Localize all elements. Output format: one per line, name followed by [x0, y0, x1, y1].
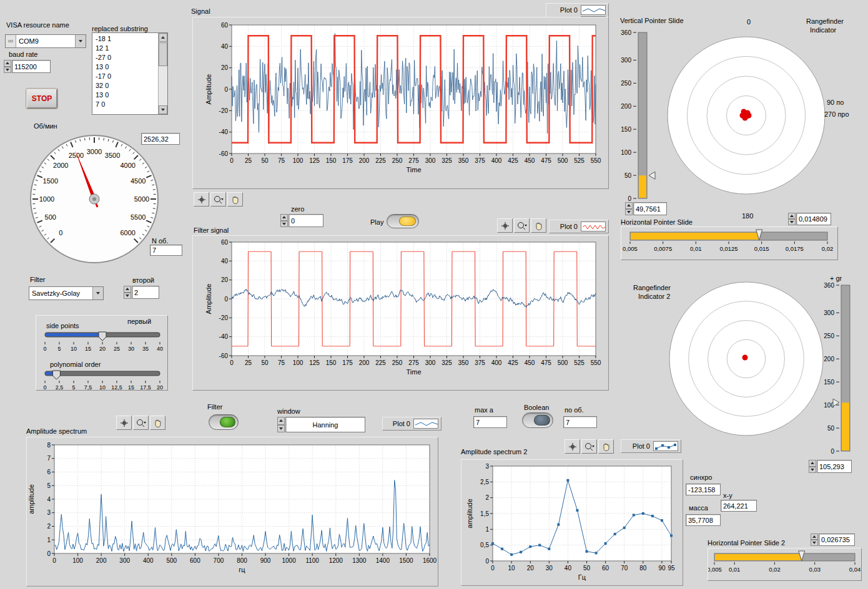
list-item[interactable]: 7 0: [94, 100, 157, 109]
play-toggle[interactable]: [387, 214, 419, 228]
legend-item[interactable]: Plot 0: [384, 418, 440, 429]
signal-graph-palette[interactable]: [194, 192, 243, 207]
baud-rate-value[interactable]: 115200: [12, 60, 51, 73]
svg-text:0,02: 0,02: [769, 566, 781, 573]
list-item[interactable]: -27 0: [94, 53, 157, 62]
list-item[interactable]: 13 0: [94, 90, 157, 100]
list-item[interactable]: -17 0: [94, 72, 157, 81]
legend-item[interactable]: Plot 0: [551, 221, 607, 232]
legend-item[interactable]: Plot 0: [548, 4, 607, 16]
vtoroy-control[interactable]: 2: [124, 286, 159, 299]
filter-led-toggle[interactable]: [209, 414, 239, 430]
decrement-icon[interactable]: [811, 540, 818, 546]
zoom-tool-button[interactable]: [514, 218, 530, 233]
side-points-slider[interactable]: 0510152025303540: [40, 328, 165, 356]
spectrum-legend[interactable]: Plot 0: [382, 417, 441, 431]
decrement-icon[interactable]: [625, 209, 633, 216]
cursor-tool-button[interactable]: [565, 439, 580, 454]
spectrum-graph-palette[interactable]: [116, 416, 165, 430]
svg-text:1300: 1300: [352, 557, 367, 564]
replaced-substring-listbox[interactable]: -18 112 1-27 013 0-17 032 013 07 0: [92, 32, 168, 115]
sinhro-label: синхро: [690, 474, 712, 481]
horizontal-pointer-slide[interactable]: 0,0050,00750,010,01250,0150,01750,02: [621, 227, 837, 260]
svg-text:1600: 1600: [423, 557, 437, 564]
increment-icon[interactable]: [280, 214, 288, 221]
zero-value[interactable]: 0: [289, 214, 323, 227]
list-item[interactable]: -18 1: [94, 34, 157, 44]
zoom-tool-button[interactable]: [210, 192, 226, 207]
hps1-value[interactable]: 0,014809: [796, 213, 831, 225]
combo-dropdown-arrow-icon[interactable]: [75, 35, 86, 47]
visa-resource-combo[interactable]: I/O COM9: [5, 34, 86, 48]
decrement-icon[interactable]: [124, 293, 131, 299]
vps2-value[interactable]: 105,293: [817, 460, 852, 473]
scroll-up-icon[interactable]: [159, 33, 167, 42]
pan-tool-button[interactable]: [150, 416, 165, 430]
filter-ring-control[interactable]: Savetzky-Golay: [29, 286, 104, 300]
zoom-tool-button[interactable]: [133, 416, 149, 430]
increment-icon[interactable]: [788, 213, 796, 219]
window-value[interactable]: Hanning: [285, 417, 365, 432]
cursor-tool-button[interactable]: [194, 192, 209, 207]
scrollbar-thumb[interactable]: [159, 42, 167, 66]
decrement-icon[interactable]: [788, 219, 796, 225]
spectrum2-legend[interactable]: Plot 0: [621, 439, 681, 453]
vps2-digital-display[interactable]: 105,293: [809, 460, 852, 473]
hps1-digital-display[interactable]: 0,014809: [788, 213, 831, 225]
increment-icon[interactable]: [625, 202, 633, 209]
filter-graph-palette[interactable]: [497, 218, 546, 233]
legend-plot0-label: Plot 0: [560, 6, 578, 14]
vertical-pointer-slide[interactable]: 050100150200250300360: [611, 26, 659, 205]
window-control[interactable]: Hanning: [277, 417, 365, 432]
list-item[interactable]: 13 0: [94, 62, 157, 72]
increment-icon[interactable]: [4, 60, 11, 67]
svg-text:475: 475: [541, 157, 551, 164]
vtoroy-value[interactable]: 2: [132, 286, 159, 299]
filter-legend[interactable]: Plot 0: [549, 220, 609, 233]
vps1-digital-display[interactable]: 49,7561: [625, 202, 667, 215]
list-item[interactable]: 12 1: [94, 44, 157, 53]
horizontal-pointer-slide-2[interactable]: 0,0050,010,020,030,04: [708, 548, 861, 580]
increment-icon[interactable]: [124, 286, 131, 293]
svg-text:25: 25: [245, 359, 252, 366]
list-item[interactable]: 32 0: [94, 81, 157, 90]
stop-button[interactable]: STOP: [26, 89, 57, 109]
svg-text:2: 2: [47, 523, 51, 530]
decrement-icon[interactable]: [280, 221, 288, 228]
svg-text:Amplitude: Amplitude: [205, 284, 212, 314]
rf1-right-scale-label1: 90 по: [827, 99, 844, 106]
legend-item[interactable]: Plot 0: [623, 441, 679, 452]
ring-dropdown-arrow-icon[interactable]: [92, 287, 103, 299]
cursor-tool-button[interactable]: [116, 416, 132, 430]
zero-control[interactable]: 0: [280, 214, 323, 227]
vps1-value[interactable]: 49,7561: [633, 202, 667, 215]
svg-text:8: 8: [47, 442, 51, 449]
vertical-pointer-slide-2[interactable]: 050100150200250300360: [815, 278, 865, 459]
decrement-icon[interactable]: [809, 467, 816, 474]
listbox-items[interactable]: -18 112 1-27 013 0-17 032 013 07 0: [94, 34, 157, 113]
boolean-toggle[interactable]: [522, 412, 553, 428]
filter-led-label: Filter: [207, 403, 222, 411]
svg-text:175: 175: [342, 359, 353, 366]
listbox-scrollbar[interactable]: [158, 33, 167, 114]
hps2-value[interactable]: 0,026735: [819, 533, 855, 546]
increment-icon[interactable]: [277, 417, 285, 425]
svg-text:250: 250: [392, 157, 403, 164]
pan-tool-button[interactable]: [531, 218, 546, 233]
pan-tool-button[interactable]: [227, 192, 243, 207]
cursor-tool-button[interactable]: [497, 218, 513, 233]
decrement-icon[interactable]: [277, 425, 285, 433]
svg-text:40: 40: [221, 258, 229, 265]
polynomial-order-slider[interactable]: 02,557,51012,51517,520: [40, 367, 165, 391]
decrement-icon[interactable]: [4, 67, 11, 74]
increment-icon[interactable]: [809, 460, 816, 467]
scroll-down-icon[interactable]: [159, 105, 167, 114]
svg-text:25: 25: [245, 157, 252, 164]
zoom-tool-button[interactable]: [581, 439, 597, 454]
baud-rate-control[interactable]: 115200: [4, 60, 51, 73]
spectrum2-graph-palette[interactable]: [565, 439, 614, 454]
increment-icon[interactable]: [811, 533, 818, 540]
pan-tool-button[interactable]: [598, 439, 614, 454]
svg-text:700: 700: [214, 557, 224, 564]
hps2-digital-display[interactable]: 0,026735: [811, 533, 855, 546]
